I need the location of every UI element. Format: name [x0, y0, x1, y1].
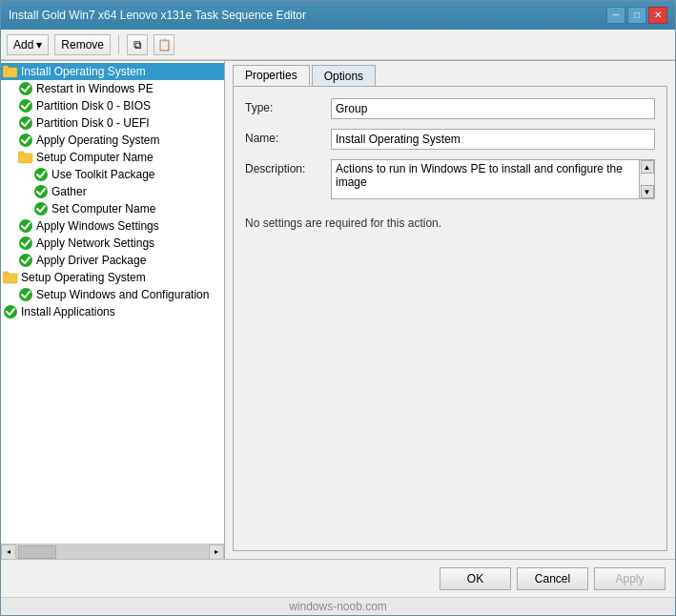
- scroll-up-button[interactable]: ▲: [641, 160, 654, 174]
- type-row: Type:: [245, 98, 655, 119]
- tree-item-setup-computer-name[interactable]: Setup Computer Name: [1, 149, 224, 166]
- check-icon: [33, 184, 49, 199]
- tree-item-apply-os[interactable]: Apply Operating System: [1, 132, 224, 149]
- title-bar-buttons: ─ □ ✕: [606, 7, 667, 24]
- svg-rect-15: [3, 272, 9, 275]
- tree-item-label: Gather: [51, 185, 87, 198]
- close-button[interactable]: ✕: [648, 7, 667, 24]
- main-content: Install Operating System Restart in Wind…: [1, 60, 675, 559]
- check-icon: [18, 81, 33, 96]
- copy-icon: ⧉: [133, 38, 142, 51]
- tree-item-setup-os[interactable]: Setup Operating System: [1, 269, 224, 286]
- tree-item-label: Apply Network Settings: [36, 236, 154, 250]
- scroll-left-button[interactable]: ◂: [1, 544, 16, 560]
- tab-options-label: Options: [324, 70, 363, 83]
- tabs: Properties Options: [225, 61, 675, 86]
- tree-item-restart-winpe[interactable]: Restart in Windows PE: [1, 80, 224, 97]
- tree-item-label: Setup Computer Name: [36, 151, 154, 164]
- paste-icon: 📋: [157, 38, 172, 51]
- remove-button[interactable]: Remove: [54, 34, 111, 55]
- tree-item-label: Set Computer Name: [51, 202, 155, 216]
- apply-button[interactable]: Apply: [594, 567, 666, 590]
- apply-label: Apply: [615, 572, 644, 585]
- folder-icon: [3, 270, 18, 285]
- name-row: Name:: [245, 129, 655, 150]
- watermark-text: windows-noob.com: [289, 600, 387, 613]
- tab-options[interactable]: Options: [312, 65, 376, 86]
- tree-item-label: Install Applications: [21, 305, 115, 318]
- scroll-right-button[interactable]: ▸: [209, 544, 224, 560]
- folder-icon: [3, 64, 18, 79]
- add-button[interactable]: Add ▾: [7, 34, 49, 55]
- cancel-button[interactable]: Cancel: [517, 567, 588, 590]
- cancel-label: Cancel: [535, 572, 570, 585]
- ok-label: OK: [467, 572, 483, 585]
- toolbar-separator: [118, 35, 119, 54]
- watermark: windows-noob.com: [1, 597, 675, 615]
- tree-item-apply-windows[interactable]: Apply Windows Settings: [1, 217, 224, 235]
- ok-button[interactable]: OK: [440, 567, 511, 590]
- tab-properties[interactable]: Properties: [233, 65, 310, 86]
- description-label: Description:: [245, 159, 331, 175]
- check-icon: [18, 287, 33, 302]
- tree-item-label: Use Toolkit Package: [51, 168, 155, 181]
- check-icon: [33, 201, 49, 216]
- check-icon: [18, 218, 33, 234]
- name-input[interactable]: [331, 129, 655, 150]
- folder-icon: [18, 150, 33, 165]
- check-icon: [18, 236, 33, 251]
- svg-rect-1: [3, 66, 9, 69]
- check-icon: [3, 304, 18, 319]
- tree-item-set-computer-name[interactable]: Set Computer Name: [1, 200, 224, 217]
- description-textarea[interactable]: [332, 160, 639, 198]
- tree-item-apply-network[interactable]: Apply Network Settings: [1, 235, 224, 252]
- svg-rect-7: [18, 152, 24, 154]
- tree-item-partition-bios[interactable]: Partition Disk 0 - BIOS: [1, 97, 224, 114]
- tree-item-label: Apply Driver Package: [36, 254, 146, 267]
- scroll-track[interactable]: [16, 544, 209, 560]
- description-wrapper: ▲ ▼: [331, 159, 655, 199]
- bottom-bar: OK Cancel Apply: [1, 559, 675, 597]
- tree-item-apply-driver[interactable]: Apply Driver Package: [1, 252, 224, 269]
- dropdown-arrow-icon: ▾: [36, 38, 42, 51]
- main-window: Install Gold Win7 x64 Lenovo x131e Task …: [0, 0, 676, 616]
- tree-item-label: Setup Operating System: [21, 271, 146, 284]
- tree-item-partition-uefi[interactable]: Partition Disk 0 - UEFI: [1, 114, 224, 132]
- title-bar: Install Gold Win7 x64 Lenovo x131e Task …: [1, 1, 675, 30]
- properties-area: Type: Name: Description: ▲: [233, 86, 667, 551]
- copy-icon-button[interactable]: ⧉: [127, 34, 148, 55]
- add-label: Add: [13, 38, 33, 51]
- type-label: Type:: [245, 98, 331, 114]
- tree-item-setup-windows-config[interactable]: Setup Windows and Configuration: [1, 286, 224, 303]
- horizontal-scrollbar[interactable]: ◂ ▸: [1, 544, 224, 559]
- tree-item-install-applications[interactable]: Install Applications: [1, 303, 224, 320]
- check-icon: [18, 115, 33, 131]
- check-icon: [33, 167, 49, 182]
- no-settings-text: No settings are required for this action…: [245, 216, 655, 230]
- paste-icon-button[interactable]: 📋: [154, 34, 174, 55]
- tree-panel: Install Operating System Restart in Wind…: [1, 60, 225, 559]
- tree-item-label: Partition Disk 0 - UEFI: [36, 116, 150, 130]
- description-row: Description: ▲ ▼: [245, 159, 655, 199]
- scroll-down-button[interactable]: ▼: [641, 185, 654, 198]
- tree-item-gather[interactable]: Gather: [1, 183, 224, 200]
- svg-rect-6: [18, 154, 32, 163]
- scroll-thumb[interactable]: [18, 545, 56, 559]
- name-label: Name:: [245, 129, 331, 145]
- tab-properties-label: Properties: [245, 69, 297, 82]
- toolbar: Add ▾ Remove ⧉ 📋: [1, 30, 675, 60]
- tree-item-install-os[interactable]: Install Operating System: [1, 63, 224, 80]
- description-scrollbar: ▲ ▼: [639, 160, 654, 198]
- minimize-button[interactable]: ─: [606, 7, 625, 24]
- tree-content: Install Operating System Restart in Wind…: [1, 61, 224, 544]
- tree-item-use-toolkit[interactable]: Use Toolkit Package: [1, 166, 224, 183]
- tree-item-label: Setup Windows and Configuration: [36, 288, 209, 301]
- check-icon: [18, 133, 33, 148]
- svg-rect-0: [3, 68, 17, 77]
- type-input[interactable]: [331, 98, 655, 119]
- maximize-button[interactable]: □: [627, 7, 646, 24]
- check-icon: [18, 98, 33, 113]
- remove-label: Remove: [61, 38, 104, 51]
- tree-item-label: Apply Windows Settings: [36, 219, 159, 233]
- tree-item-label: Restart in Windows PE: [36, 82, 154, 95]
